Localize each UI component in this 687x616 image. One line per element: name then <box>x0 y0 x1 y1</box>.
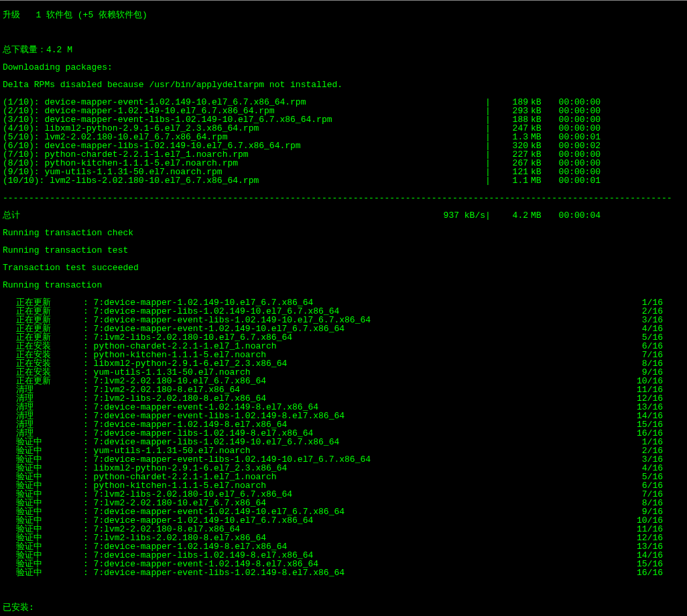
step-label: 验证中 <box>3 568 83 577</box>
step-label: 验证中 <box>3 507 83 516</box>
download-time: 00:00:01 <box>547 176 601 185</box>
total-download: 总下载量：4.2 M <box>3 46 684 54</box>
step-label: 验证中 <box>3 490 83 499</box>
terminal-output[interactable]: 升级 1 软件包 (+5 依赖软件包) 总下载量：4.2 M Downloadi… <box>0 0 687 616</box>
total-time: 00:00:04 <box>547 211 601 220</box>
upgrade-summary: 升级 1 软件包 (+5 依赖软件包) <box>3 11 684 19</box>
running-transaction: Running transaction <box>3 281 684 290</box>
pipe-icon: | <box>485 211 491 220</box>
step-label: 验证中 <box>3 525 83 534</box>
downloading-packages: Downloading packages: <box>3 63 684 72</box>
download-unit: MB <box>531 176 547 185</box>
step-index: 16/16 <box>637 568 684 577</box>
running-check: Running transaction check <box>3 229 684 237</box>
running-test: Running transaction test <box>3 246 684 255</box>
step-label: 验证中 <box>3 455 83 464</box>
step-label: 清理 <box>3 385 83 394</box>
test-succeeded: Transaction test succeeded <box>3 263 684 272</box>
divider: ----------------------------------------… <box>3 194 684 202</box>
step-label: 清理 <box>3 420 83 429</box>
step-label: 验证中 <box>3 551 83 560</box>
step-label: 正在更新 <box>3 377 83 385</box>
step-label: 清理 <box>3 394 83 403</box>
step-label: 验证中 <box>3 446 83 455</box>
step-label: 清理 <box>3 412 83 420</box>
step-label: 清理 <box>3 429 83 438</box>
total-size: 4.2 <box>491 211 531 220</box>
total-speed: 937 kB/s <box>432 211 485 220</box>
step-label: 清理 <box>3 403 83 412</box>
step-label: 验证中 <box>3 542 83 551</box>
installed-header: 已安装: <box>3 603 684 612</box>
step-label: 验证中 <box>3 464 83 473</box>
step-label: 验证中 <box>3 499 83 507</box>
total-label: 总计 <box>3 211 432 220</box>
step-label: 验证中 <box>3 438 83 446</box>
step-label: 验证中 <box>3 560 83 568</box>
step-label: 验证中 <box>3 481 83 490</box>
step-pkg: : 7:device-mapper-event-libs-1.02.149-8.… <box>83 568 345 577</box>
download-pkg: (10/10): lvm2-libs-2.02.180-10.el7_6.7.x… <box>3 176 485 185</box>
download-row: (10/10): lvm2-libs-2.02.180-10.el7_6.7.x… <box>3 176 684 185</box>
step-label: 验证中 <box>3 473 83 481</box>
blank-line <box>3 28 684 37</box>
step-label: 验证中 <box>3 534 83 542</box>
pipe-icon: | <box>485 176 491 185</box>
download-size: 1.1 <box>491 176 531 185</box>
blank-line <box>3 586 684 595</box>
delta-rpm-disabled: Delta RPMs disabled because /usr/bin/app… <box>3 80 684 89</box>
total-unit: MB <box>531 211 547 220</box>
total-row: 总计 937 kB/s | 4.2 MB 00:00:04 <box>3 211 684 220</box>
transaction-step: 验证中: 7:device-mapper-event-libs-1.02.149… <box>3 568 684 577</box>
step-label: 验证中 <box>3 516 83 525</box>
